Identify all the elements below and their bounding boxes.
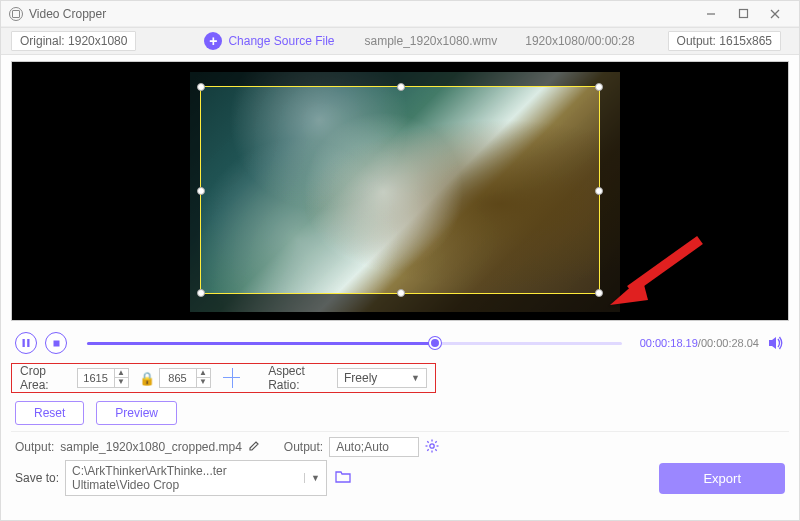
bottom-row: Save to: C:\ArkThinker\ArkThinke...ter U… (1, 460, 799, 496)
timeline-progress (87, 342, 435, 345)
change-source-button[interactable]: + Change Source File (204, 32, 334, 50)
plus-icon: + (204, 32, 222, 50)
output-filename: sample_1920x1080_cropped.mp4 (60, 440, 241, 454)
playback-controls: 00:00:18.19/00:00:28.04 (1, 325, 799, 361)
original-label: Original: (20, 34, 65, 48)
source-filename: sample_1920x1080.wmv (364, 34, 497, 48)
crop-handle-e[interactable] (595, 187, 603, 195)
minimize-button[interactable] (695, 4, 727, 24)
dim-overlay (190, 294, 620, 312)
svg-line-15 (435, 449, 436, 450)
crop-handle-nw[interactable] (197, 83, 205, 91)
timecode: 00:00:18.19/00:00:28.04 (640, 337, 759, 349)
output-resolution: Output: 1615x865 (668, 31, 781, 51)
save-path-value: C:\ArkThinker\ArkThinke...ter Ultimate\V… (72, 464, 298, 492)
original-resolution: Original: 1920x1080 (11, 31, 136, 51)
svg-rect-6 (27, 339, 29, 347)
save-path-select[interactable]: C:\ArkThinker\ArkThinke...ter Ultimate\V… (65, 460, 327, 496)
export-button[interactable]: Export (659, 463, 785, 494)
crop-height-field[interactable] (160, 372, 196, 384)
crop-area-label: Crop Area: (20, 364, 71, 392)
volume-icon[interactable] (767, 334, 785, 352)
window-title: Video Cropper (29, 7, 106, 21)
crop-width-field[interactable] (78, 372, 114, 384)
crop-handle-w[interactable] (197, 187, 205, 195)
svg-rect-1 (739, 10, 747, 18)
original-value: 1920x1080 (68, 34, 127, 48)
svg-rect-5 (23, 339, 25, 347)
change-source-label: Change Source File (228, 34, 334, 48)
app-window: Video Cropper Original: 1920x1080 + Chan… (0, 0, 800, 521)
reset-button[interactable]: Reset (15, 401, 84, 425)
video-preview[interactable] (11, 61, 789, 321)
spin-down-icon[interactable]: ▼ (115, 378, 128, 387)
dim-overlay (190, 72, 620, 86)
resolution-duration: 1920x1080/00:00:28 (525, 34, 634, 48)
svg-line-14 (427, 441, 428, 442)
crop-settings-panel: Crop Area: ▲▼ 🔒 ▲▼ Aspect Ratio: Freely … (11, 363, 436, 393)
pause-button[interactable] (15, 332, 37, 354)
output-value: 1615x865 (719, 34, 772, 48)
crop-handle-n[interactable] (397, 83, 405, 91)
close-button[interactable] (759, 4, 791, 24)
chevron-down-icon: ▼ (411, 373, 420, 383)
chevron-down-icon: ▼ (304, 473, 320, 483)
svg-marker-8 (769, 337, 776, 349)
svg-line-16 (435, 441, 436, 442)
total-time: 00:00:28.04 (701, 337, 759, 349)
crop-handle-ne[interactable] (595, 83, 603, 91)
divider (11, 431, 789, 432)
settings-gear-icon[interactable] (425, 439, 439, 456)
timeline-slider[interactable] (87, 333, 622, 353)
crop-height-input[interactable]: ▲▼ (159, 368, 211, 388)
aspect-ratio-label: Aspect Ratio: (268, 364, 331, 392)
title-bar: Video Cropper (1, 1, 799, 27)
action-buttons-row: Reset Preview (1, 399, 799, 429)
output-settings-label: Output: (284, 440, 323, 454)
aspect-ratio-select[interactable]: Freely ▼ (337, 368, 427, 388)
stop-button[interactable] (45, 332, 67, 354)
center-crop-icon[interactable] (223, 368, 241, 388)
aspect-ratio-value: Freely (344, 371, 377, 385)
output-file-label: Output: (15, 440, 54, 454)
crop-handle-sw[interactable] (197, 289, 205, 297)
preview-button[interactable]: Preview (96, 401, 177, 425)
open-folder-icon[interactable] (335, 470, 351, 486)
svg-line-17 (427, 449, 428, 450)
crop-width-input[interactable]: ▲▼ (77, 368, 129, 388)
save-to-label: Save to: (15, 471, 59, 485)
crop-handle-se[interactable] (595, 289, 603, 297)
app-logo-icon (9, 7, 23, 21)
lock-aspect-icon[interactable]: 🔒 (139, 371, 155, 386)
maximize-button[interactable] (727, 4, 759, 24)
crop-handle-s[interactable] (397, 289, 405, 297)
dim-overlay (600, 86, 620, 294)
edit-filename-icon[interactable] (248, 440, 260, 455)
output-row: Output: sample_1920x1080_cropped.mp4 Out… (1, 434, 799, 460)
crop-rectangle[interactable] (200, 86, 600, 294)
spin-down-icon[interactable]: ▼ (197, 378, 210, 387)
svg-rect-7 (53, 340, 59, 346)
svg-point-9 (430, 443, 434, 447)
timeline-thumb[interactable] (429, 337, 441, 349)
output-settings-value[interactable]: Auto;Auto (329, 437, 419, 457)
info-bar: Original: 1920x1080 + Change Source File… (1, 27, 799, 55)
output-label: Output: (677, 34, 716, 48)
current-time: 00:00:18.19 (640, 337, 698, 349)
